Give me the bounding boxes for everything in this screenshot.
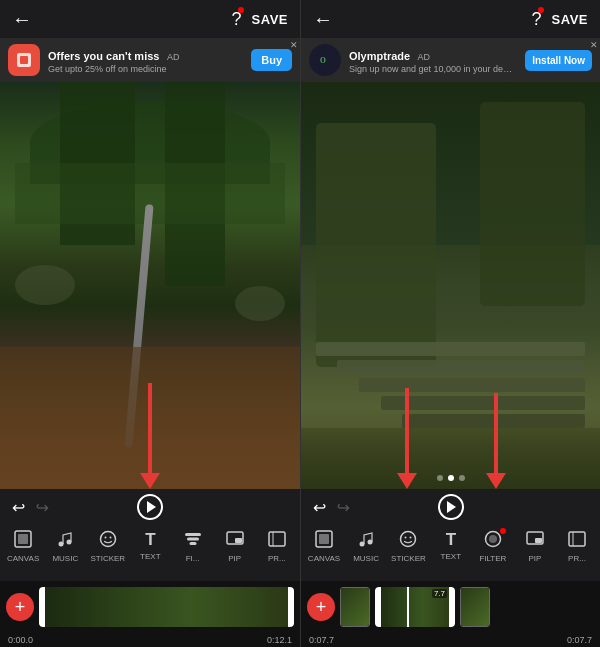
- text-icon-right: T: [446, 530, 456, 550]
- red-arrow-left: [140, 383, 160, 489]
- tool-filter-right[interactable]: FILTER: [476, 530, 510, 564]
- play-button-left[interactable]: [137, 494, 163, 520]
- ad-cta-left[interactable]: Buy: [251, 49, 292, 71]
- svg-point-6: [100, 532, 115, 547]
- redo-button-right[interactable]: ↩: [337, 498, 350, 517]
- tool-pr-right[interactable]: PR...: [560, 530, 594, 564]
- ad-icon-right: O: [309, 44, 341, 76]
- video-bg-right: [301, 82, 600, 489]
- step-3-right: [359, 378, 585, 392]
- ad-subtitle-left: Get upto 25% off on medicine: [48, 64, 243, 74]
- timeline-handle-right-right[interactable]: [449, 587, 455, 627]
- video-area-left: [0, 82, 300, 489]
- ad-close-right[interactable]: ✕: [590, 40, 598, 50]
- help-icon-left[interactable]: ?: [232, 9, 242, 30]
- timestamp-start-right: 0:07.7: [309, 635, 334, 645]
- timeline-right: + 7.7: [301, 581, 600, 633]
- ad-cta-right[interactable]: Install Now: [525, 50, 592, 71]
- tool-sticker-left[interactable]: STICKER: [90, 530, 125, 564]
- pr-icon-right: [568, 530, 586, 552]
- tool-canvas-left[interactable]: CANVAS: [6, 530, 40, 564]
- ad-subtitle-right: Sign up now and get 10,000 in your demo …: [349, 64, 517, 74]
- ad-icon-left: [8, 44, 40, 76]
- steps-area-right: [316, 342, 585, 428]
- arrow-head-left: [140, 473, 160, 489]
- pagination-dot-2-right: [448, 475, 454, 481]
- timeline-clip-right[interactable]: 7.7: [375, 587, 455, 627]
- play-button-right[interactable]: [438, 494, 464, 520]
- timeline-left: +: [0, 581, 300, 633]
- svg-point-20: [360, 542, 365, 547]
- svg-point-5: [67, 540, 72, 545]
- timeline-clip-left[interactable]: [39, 587, 294, 627]
- svg-rect-28: [535, 538, 542, 543]
- back-button-left[interactable]: ←: [12, 8, 32, 31]
- pagination-dot-1-right: [437, 475, 443, 481]
- tool-pr-left[interactable]: PR...: [260, 530, 294, 564]
- ad-close-left[interactable]: ✕: [290, 40, 298, 50]
- timeline-handle-right-left[interactable]: [288, 587, 294, 627]
- help-icon-right[interactable]: ?: [532, 9, 542, 30]
- svg-rect-11: [189, 542, 196, 545]
- ad-text-right: Olymptrade AD Sign up now and get 10,000…: [349, 46, 517, 74]
- save-button-left[interactable]: SAVE: [252, 12, 288, 27]
- top-bar-right: ← ? SAVE: [301, 0, 600, 38]
- tool-filter-left[interactable]: FI...: [176, 530, 210, 564]
- tool-sticker-right[interactable]: STICKER: [391, 530, 426, 564]
- svg-rect-29: [569, 532, 585, 546]
- svg-rect-10: [187, 538, 199, 541]
- svg-rect-13: [235, 538, 242, 543]
- tool-bar-left: CANVAS MUSIC STICKER T TEXT FI...: [0, 525, 300, 581]
- right-panel: ← ? SAVE O Olymptrade AD Sign up now and…: [300, 0, 600, 647]
- play-icon-left: [147, 501, 156, 513]
- pip-icon-left: [226, 530, 244, 552]
- add-clip-button-left[interactable]: +: [6, 593, 34, 621]
- pagination-dots-right: [437, 475, 465, 481]
- ad-text-left: Offers you can't miss AD Get upto 25% of…: [48, 46, 243, 74]
- tool-bar-right: CANVAS MUSIC STICKER T TEXT FILTER: [301, 525, 600, 581]
- svg-rect-19: [319, 534, 329, 544]
- ad-title-left: Offers you can't miss AD: [48, 46, 243, 64]
- timestamp-end-right: 0:07.7: [567, 635, 592, 645]
- text-icon-left: T: [145, 530, 155, 550]
- tool-canvas-right[interactable]: CANVAS: [307, 530, 341, 564]
- ad-banner-right: O Olymptrade AD Sign up now and get 10,0…: [301, 38, 600, 82]
- timeline-handle-left-right[interactable]: [375, 587, 381, 627]
- arrow-line-left: [148, 383, 152, 473]
- svg-point-8: [109, 537, 111, 539]
- tool-text-right[interactable]: T TEXT: [434, 530, 468, 562]
- tool-music-right[interactable]: MUSIC: [349, 530, 383, 564]
- save-button-right[interactable]: SAVE: [552, 12, 588, 27]
- tool-text-left[interactable]: T TEXT: [133, 530, 167, 562]
- tool-music-left[interactable]: MUSIC: [48, 530, 82, 564]
- undo-button-right[interactable]: ↩: [313, 498, 326, 517]
- pip-icon-right: [526, 530, 544, 552]
- undo-button-left[interactable]: ↩: [12, 498, 25, 517]
- tool-pip-right[interactable]: PIP: [518, 530, 552, 564]
- svg-rect-1: [20, 56, 28, 64]
- top-bar-right-right: ? SAVE: [532, 9, 588, 30]
- moss-rock-1-right: [316, 123, 436, 367]
- canvas-icon-right: [315, 530, 333, 552]
- timestamp-end-left: 0:12.1: [267, 635, 292, 645]
- svg-point-26: [489, 535, 497, 543]
- step-1-right: [316, 342, 585, 356]
- back-button-right[interactable]: ←: [313, 8, 333, 31]
- notification-dot-left: [238, 7, 244, 13]
- pr-icon-left: [268, 530, 286, 552]
- pagination-dot-3-right: [459, 475, 465, 481]
- rock-1-left: [15, 265, 75, 305]
- red-arrow-right-1: [397, 388, 417, 489]
- arrow-line-right-1: [405, 388, 409, 473]
- sticker-icon-left: [99, 530, 117, 552]
- redo-button-left[interactable]: ↩: [36, 498, 49, 517]
- add-clip-button-right[interactable]: +: [307, 593, 335, 621]
- timeline-thumb-img-before: [341, 588, 369, 626]
- svg-point-24: [410, 537, 412, 539]
- moss-rock-2-right: [480, 102, 585, 306]
- controls-bar-right: ↩ ↩: [301, 489, 600, 525]
- timeline-clip-thumbnail-left: [39, 587, 294, 627]
- tool-pip-left[interactable]: PIP: [218, 530, 252, 564]
- timeline-handle-left-left[interactable]: [39, 587, 45, 627]
- play-icon-right: [447, 501, 456, 513]
